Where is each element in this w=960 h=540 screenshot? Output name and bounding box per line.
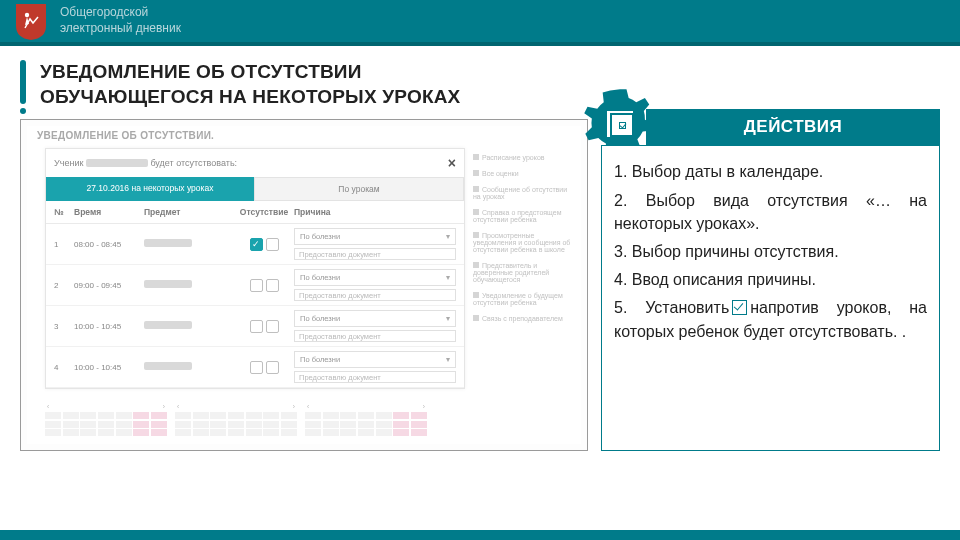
page-title: УВЕДОМЛЕНИЕ ОБ ОТСУТСТВИИ ОБУЧАЮЩЕГОСЯ Н… xyxy=(40,60,460,109)
brand-line2: электронный дневник xyxy=(60,21,181,37)
table-row: 410:00 - 10:45По болезни▾Предоставлю док… xyxy=(46,347,464,388)
absence-checkbox[interactable] xyxy=(250,279,263,292)
tab-by-lessons[interactable]: По урокам xyxy=(254,177,464,201)
title-line2: ОБУЧАЮЩЕГОСЯ НА НЕКОТОРЫХ УРОКАХ xyxy=(40,86,460,107)
reason-input[interactable]: Предоставлю документ xyxy=(294,248,456,260)
footer-bar xyxy=(0,530,960,540)
mock-window-title: УВЕДОМЛЕНИЕ ОБ ОТСУТСТВИИ. xyxy=(27,126,581,149)
actions-title: ДЕЙСТВИЯ xyxy=(646,109,940,145)
mock-side-item: Представитель и доверенные родителей обу… xyxy=(471,258,575,288)
reason-select[interactable]: По болезни▾ xyxy=(294,228,456,245)
tab-by-some-lessons[interactable]: 27.10.2016 на некоторых уроках xyxy=(46,177,254,201)
city-crest-icon xyxy=(12,2,50,40)
brand-name: Общегородской электронный дневник xyxy=(60,5,181,36)
app-screenshot-mock: УВЕДОМЛЕНИЕ ОБ ОТСУТСТВИИ. Расписание ур… xyxy=(20,119,588,451)
brand-line1: Общегородской xyxy=(60,5,181,21)
mock-side-item: Все оценки xyxy=(471,166,575,182)
mock-side-item: Сообщение об отсутствии на уроках xyxy=(471,182,575,205)
mock-side-item: Просмотренные уведомления и сообщения об… xyxy=(471,228,575,258)
mock-side-menu: Расписание уроков Все оценки Сообщение о… xyxy=(471,150,575,327)
absence-checkbox-secondary[interactable] xyxy=(266,279,279,292)
mock-side-item: Расписание уроков xyxy=(471,150,575,166)
action-step: 1. Выбор даты в календаре. xyxy=(614,160,927,183)
page-title-row: УВЕДОМЛЕНИЕ ОБ ОТСУТСТВИИ ОБУЧАЮЩЕГОСЯ Н… xyxy=(0,46,960,119)
reason-input[interactable]: Предоставлю документ xyxy=(294,330,456,342)
reason-select[interactable]: По болезни▾ xyxy=(294,351,456,368)
absence-checkbox[interactable] xyxy=(250,320,263,333)
checkbox-icon xyxy=(732,300,747,315)
table-row: 310:00 - 10:45По болезни▾Предоставлю док… xyxy=(46,306,464,347)
mock-side-item: Связь с преподавателем xyxy=(471,311,575,327)
exclamation-icon xyxy=(20,60,26,104)
app-header: Общегородской электронный дневник xyxy=(0,0,960,46)
action-step: 5. Установитьнапротив уроков, на которых… xyxy=(614,296,927,342)
mock-calendar-strip: ‹› ‹› ‹› xyxy=(27,397,581,442)
title-line1: УВЕДОМЛЕНИЕ ОБ ОТСУТСТВИИ xyxy=(40,61,362,82)
mock-table-header: № Время Предмет Отсутствие Причина xyxy=(46,201,464,224)
reason-input[interactable]: Предоставлю документ xyxy=(294,371,456,383)
redacted-name xyxy=(86,159,148,167)
reason-select[interactable]: По болезни▾ xyxy=(294,310,456,327)
absence-checkbox[interactable]: ✓ xyxy=(250,238,263,251)
table-row: 209:00 - 09:45По болезни▾Предоставлю док… xyxy=(46,265,464,306)
mock-calendar: ‹› xyxy=(305,403,427,436)
actions-body: 1. Выбор даты в календаре. 2. Выбор вида… xyxy=(601,145,940,451)
mock-calendar: ‹› xyxy=(175,403,297,436)
svg-point-0 xyxy=(25,13,29,17)
mock-tabs: 27.10.2016 на некоторых уроках По урокам xyxy=(46,177,464,201)
mock-side-item: Справка о предстоящем отсутствии ребенка xyxy=(471,205,575,228)
mock-side-item: Уведомление о будущем отсутствии ребенка xyxy=(471,288,575,311)
absence-checkbox-secondary[interactable] xyxy=(266,320,279,333)
mock-calendar: ‹› xyxy=(45,403,167,436)
action-step: 2. Выбор вида отсутствия «… на некоторых… xyxy=(614,189,927,235)
close-icon[interactable]: × xyxy=(448,155,456,171)
absence-checkbox[interactable] xyxy=(250,361,263,374)
checkbox-list-icon xyxy=(610,113,634,137)
mock-modal-head: Ученик будет отсутствовать: × xyxy=(46,149,464,177)
absence-checkbox-secondary[interactable] xyxy=(266,238,279,251)
reason-input[interactable]: Предоставлю документ xyxy=(294,289,456,301)
table-row: 108:00 - 08:45✓По болезни▾Предоставлю до… xyxy=(46,224,464,265)
reason-select[interactable]: По болезни▾ xyxy=(294,269,456,286)
action-step: 3. Выбор причины отсутствия. xyxy=(614,240,927,263)
absence-checkbox-secondary[interactable] xyxy=(266,361,279,374)
action-step: 4. Ввод описания причины. xyxy=(614,268,927,291)
mock-table-body: 108:00 - 08:45✓По болезни▾Предоставлю до… xyxy=(46,224,464,388)
actions-panel: ДЕЙСТВИЯ 1. Выбор даты в календаре. 2. В… xyxy=(602,119,940,451)
mock-modal: Ученик будет отсутствовать: × 27.10.2016… xyxy=(45,148,465,389)
